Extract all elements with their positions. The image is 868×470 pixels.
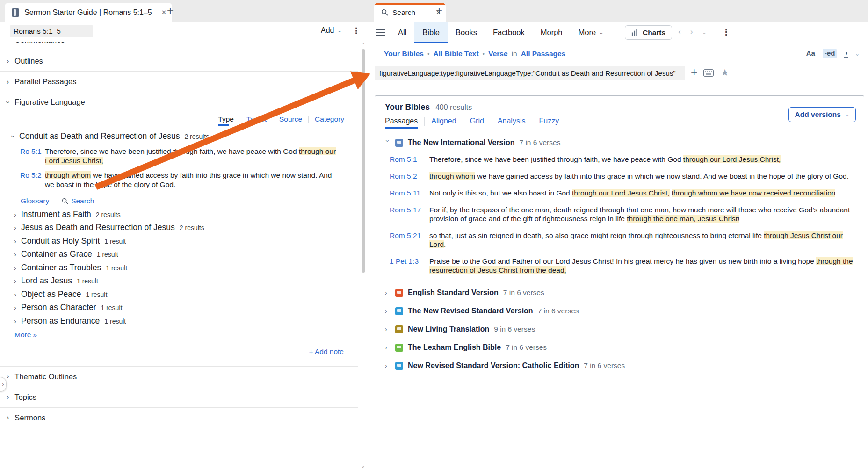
back-icon[interactable]: ‹ [678, 28, 681, 36]
version-group-new-living-translation[interactable]: ›New Living Translation9 in 6 verses [375, 325, 864, 333]
verse-reference-link[interactable]: Rom 5:21 [390, 231, 421, 249]
chevron-right-icon[interactable]: › [385, 308, 391, 314]
section-outlines[interactable]: ›Outlines [0, 51, 358, 71]
figurative-item-person-as-endurance[interactable]: ›Person as Endurance1 result [0, 316, 358, 326]
view-tab-aligned[interactable]: Aligned [431, 117, 456, 129]
add-section-button[interactable]: Add ⌄ [321, 26, 342, 35]
search-query-input[interactable] [375, 66, 685, 80]
search-tab-label: All [398, 28, 406, 37]
left-scrollbar[interactable]: ⌃ ⌄ [359, 42, 367, 470]
scope-unit-link[interactable]: Verse [488, 50, 507, 58]
verse-row: Ro 5:2through whom we have gained access… [0, 171, 358, 189]
version-count: 7 in 6 verses [520, 138, 561, 147]
add-query-icon[interactable]: + [691, 65, 698, 79]
hamburger-menu-icon[interactable] [376, 29, 385, 36]
scroll-down-icon[interactable]: ⌄ [361, 463, 365, 469]
favorite-star-icon[interactable]: ★ [721, 67, 729, 78]
section-sermons[interactable]: ›Sermons [0, 407, 358, 428]
charts-button[interactable]: Charts [625, 25, 672, 40]
scope-range-link[interactable]: All Passages [521, 50, 566, 58]
figurative-item-jesus-as-death-and-resurrection-of-jesus[interactable]: ›Jesus as Death and Resurrection of Jesu… [0, 223, 358, 232]
panel-menu-icon[interactable]: ⋮ [722, 27, 731, 37]
scrollbar-thumb[interactable] [362, 49, 365, 273]
scroll-up-icon[interactable]: ⌃ [361, 42, 365, 48]
verse-reference-link[interactable]: Rom 5:1 [390, 155, 421, 164]
verse-row: Rom 5:2through whom we have gained acces… [375, 172, 864, 181]
new-tab-button-left[interactable]: + [167, 5, 174, 17]
version-group-new-revised-standard-version-catholic-edition[interactable]: ›New Revised Standard Version: Catholic … [375, 362, 864, 370]
search-tab-all[interactable]: All [390, 22, 414, 43]
filter-source[interactable]: Source [279, 115, 302, 126]
add-note-link[interactable]: + Add note [0, 347, 344, 356]
view-tab-analysis[interactable]: Analysis [498, 117, 526, 129]
new-tab-button-right[interactable]: + [436, 5, 442, 17]
view-tab-passages[interactable]: Passages [385, 117, 418, 129]
verse-reference-link[interactable]: Rom 5:11 [390, 188, 421, 197]
scope-text-link[interactable]: All Bible Text [434, 50, 479, 58]
figurative-item-title: Object as Peace [21, 289, 81, 299]
chevron-down-icon[interactable]: ⌄ [855, 51, 860, 57]
version-group-english-standard-version[interactable]: ›English Standard Version7 in 6 verses [375, 289, 864, 297]
view-tab-grid[interactable]: Grid [470, 117, 484, 129]
figurative-item-person-as-character[interactable]: ›Person as Character1 result [0, 303, 358, 312]
view-tab-fuzzy[interactable]: Fuzzy [539, 117, 559, 129]
figurative-item-expanded[interactable]: › Conduit as Death and Resurrection of J… [0, 131, 358, 141]
chevron-right-icon: › [14, 318, 16, 325]
search-tab-more[interactable]: More⌄ [571, 22, 612, 43]
history-chevron-icon[interactable]: ⌄ [702, 29, 707, 35]
section-thematic-outlines[interactable]: ›Thematic Outlines [0, 366, 358, 387]
more-link[interactable]: More » [14, 331, 358, 339]
chevron-right-icon[interactable]: › [385, 362, 391, 369]
forward-icon[interactable]: › [690, 28, 693, 36]
chevron-right-icon[interactable]: › [385, 326, 391, 333]
add-versions-button[interactable]: Add versions ⌄ [788, 107, 856, 122]
search-tab-bible[interactable]: Bible [414, 22, 448, 43]
chevron-right-icon[interactable]: › [385, 289, 391, 296]
figurative-item-container-as-grace[interactable]: ›Container as Grace1 result [0, 249, 358, 259]
tab-search[interactable]: Search ✕ [374, 3, 446, 22]
chevron-down-icon[interactable]: › [384, 140, 391, 145]
search-link[interactable]: Search [71, 197, 94, 205]
section-commentaries[interactable]: ›Commentaries [0, 42, 358, 51]
version-group-the-lexham-english-bible[interactable]: ›The Lexham English Bible7 in 6 verses [375, 343, 864, 352]
filter-target[interactable]: Target [246, 115, 267, 126]
search-tab-morph[interactable]: Morph [533, 22, 571, 43]
figurative-item-conduit-as-holy-spirit[interactable]: ›Conduit as Holy Spirit1 result [0, 236, 358, 246]
search-tab-books[interactable]: Books [448, 22, 485, 43]
section-parallel-passages[interactable]: ›Parallel Passages [0, 71, 358, 92]
search-hit-highlight: through Jesus Christ our Lord [429, 231, 843, 248]
keyboard-icon[interactable] [703, 69, 714, 77]
divider [56, 196, 56, 206]
verse-text: For if, by the trespass of the one man, … [429, 205, 854, 223]
glossary-link[interactable]: Glossary [21, 197, 49, 205]
verse-reference-link[interactable]: Rom 5:17 [390, 205, 421, 223]
verse-reference-link[interactable]: Ro 5:2 [20, 171, 45, 189]
chevron-down-icon: › [10, 135, 17, 137]
figurative-item-object-as-peace[interactable]: ›Object as Peace1 result [0, 289, 358, 299]
chevron-right-icon[interactable]: › [385, 344, 391, 351]
section-figurative-language[interactable]: › Figurative Language [0, 92, 358, 112]
filter-type[interactable]: Type [218, 115, 234, 126]
search-tab-factbook[interactable]: Factbook [485, 22, 533, 43]
section-topics[interactable]: ›Topics [0, 387, 358, 407]
figurative-item-lord-as-jesus[interactable]: ›Lord as Jesus1 result [0, 276, 358, 286]
figurative-item-container-as-troubles[interactable]: ›Container as Troubles1 result [0, 263, 358, 273]
tab-sermon-starter-guide[interactable]: Sermon Starter Guide | Romans 5:1–5 ✕ [5, 3, 172, 22]
filter-category[interactable]: Category [315, 115, 344, 126]
close-icon[interactable]: ✕ [161, 9, 166, 16]
figurative-item-instrument-as-faith[interactable]: ›Instrument as Faith2 results [0, 210, 358, 219]
in-label: in [512, 50, 517, 58]
verse-reference-link[interactable]: Ro 5:1 [20, 147, 45, 165]
verse-reference-link[interactable]: Rom 5:2 [390, 172, 421, 181]
version-group-the-new-revised-standard-version[interactable]: ›The New Revised Standard Version7 in 6 … [375, 307, 864, 315]
version-group-the-new-international-version[interactable]: ›The New International Version7 in 6 ver… [375, 138, 864, 147]
match-semantic-toggle[interactable]: ◑ [844, 49, 847, 58]
match-forms-toggle[interactable]: -ed [823, 49, 837, 58]
scope-bibles-link[interactable]: Your Bibles [384, 50, 424, 58]
bar-chart-icon [631, 29, 638, 36]
match-case-toggle[interactable]: Aa [806, 49, 816, 58]
reference-input[interactable] [10, 25, 93, 37]
verse-reference-link[interactable]: 1 Pet 1:3 [390, 257, 421, 275]
panel-menu-icon[interactable]: ⋮ [352, 26, 361, 36]
niv-resource-icon [395, 139, 403, 147]
